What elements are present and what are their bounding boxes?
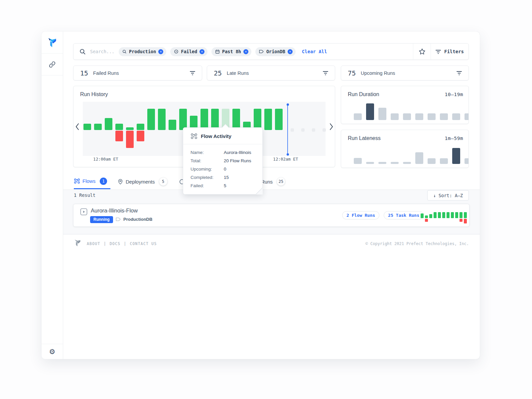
failed-runs-count: 15 (80, 69, 88, 77)
arrow-down-icon: ↓ (433, 193, 436, 198)
filters-button[interactable]: Filters (431, 44, 468, 60)
sparkline-completed-bar (451, 212, 454, 218)
run-history-bar[interactable] (83, 124, 91, 130)
failed-runs-label: Failed Runs (93, 70, 119, 76)
tooltip-row-value: 15 (224, 175, 229, 180)
chip-oriondb[interactable]: OrionDB ✕ (255, 47, 296, 56)
footer-link-docs[interactable]: DOCS (110, 241, 121, 246)
filter-icon[interactable] (190, 71, 195, 75)
filter-icon[interactable] (323, 71, 328, 75)
footer-link-contact[interactable]: CONTACT US (130, 241, 157, 246)
remove-chip-icon[interactable]: ✕ (243, 49, 248, 54)
prefect-footer-logo (74, 239, 81, 247)
task-run-sparkline (421, 209, 467, 225)
tab-label: Flows (82, 178, 95, 184)
run-history-bar[interactable] (126, 127, 134, 130)
run-history-bar[interactable] (200, 109, 208, 130)
run-history-bar[interactable] (115, 124, 123, 130)
prefect-logo-icon (47, 37, 57, 48)
flow-runs-chip[interactable]: 2 Flow Runs (342, 211, 379, 219)
chip-label: Production (129, 49, 156, 54)
tab-flows[interactable]: Flows 1 (74, 174, 110, 189)
failed-runs-card[interactable]: 15 Failed Runs (73, 66, 202, 80)
run-history-bar[interactable] (158, 109, 166, 130)
sidebar-logo[interactable] (42, 32, 63, 54)
run-history-bar[interactable] (105, 118, 112, 130)
tab-deployments[interactable]: Deployments 5 (117, 174, 167, 189)
sparkline-completed-bar (421, 213, 424, 218)
task-runs-chip[interactable]: 25 Task Runs (384, 211, 424, 219)
sparkline-completed-bar (425, 215, 428, 218)
footer-link-about[interactable]: ABOUT (87, 241, 100, 246)
flow-tag: ProductionDB (116, 217, 152, 222)
footer-links: ABOUT | DOCS | CONTACT US (87, 241, 157, 246)
tooltip-row-value: 0 (224, 167, 226, 172)
sort-button[interactable]: ↓ Sort: A–Z (427, 190, 469, 200)
run-history-bar[interactable] (275, 109, 283, 130)
run-history-bar[interactable] (169, 120, 176, 130)
flow-icon (191, 133, 198, 140)
run-history-bar[interactable] (94, 124, 102, 130)
favorite-filter-button[interactable] (413, 44, 431, 60)
search-input[interactable]: Search... (90, 49, 114, 54)
duration-bar (391, 113, 399, 120)
upcoming-runs-card[interactable]: 75 Upcoming Runs (341, 66, 469, 80)
sparkline-failed-bar (425, 219, 428, 222)
sidebar-item-settings[interactable]: ⚙ (42, 344, 63, 359)
remove-chip-icon[interactable]: ✕ (288, 49, 293, 54)
duration-bar (465, 113, 468, 120)
tooltip-row-label: Total: (191, 158, 224, 163)
sparkline-failed-bar (460, 219, 463, 222)
tooltip-row-label: Name: (191, 150, 224, 155)
chevron-right-icon[interactable] (329, 122, 333, 132)
run-lateness-title: Run Lateness (348, 135, 381, 141)
duration-bar (452, 113, 460, 120)
remove-chip-icon[interactable]: ✕ (158, 49, 163, 54)
result-count: 1 Result (74, 193, 95, 198)
lateness-bar (415, 152, 423, 164)
remove-chip-icon[interactable]: ✕ (200, 49, 204, 54)
upcoming-runs-label: Upcoming Runs (361, 70, 395, 76)
sidebar-item-links[interactable] (42, 54, 63, 75)
run-history-failed-bar[interactable] (115, 131, 123, 141)
chip-failed[interactable]: Failed ✕ (170, 47, 207, 56)
run-history-bar[interactable] (137, 124, 144, 130)
copyright-text: © Copyright 2021 Prefect Technologies, I… (365, 241, 469, 246)
footer-separator: | (104, 241, 106, 246)
run-history-bar[interactable] (211, 109, 219, 130)
sparkline-completed-bar (438, 212, 441, 218)
future-slot (301, 128, 305, 132)
flow-icon (74, 178, 80, 184)
tooltip-title: Flow Activity (201, 133, 231, 139)
run-duration-range: 10–19m (445, 92, 463, 97)
run-history-failed-bar[interactable] (126, 131, 134, 148)
run-history-bar[interactable] (264, 109, 272, 130)
clear-all-button[interactable]: Clear All (302, 49, 327, 54)
future-slot (291, 128, 294, 132)
run-history-bar[interactable] (147, 109, 155, 130)
late-runs-card[interactable]: 25 Late Runs (207, 66, 335, 80)
chip-label: Failed (181, 49, 197, 54)
tab-count-badge: 25 (277, 178, 285, 186)
lateness-bar (391, 162, 399, 164)
flow-result-row[interactable]: Aurora-Illinois-Flow Running ProductionD… (73, 204, 469, 227)
chip-past-8h[interactable]: Past 8h ✕ (211, 47, 251, 56)
play-icon (80, 208, 87, 215)
run-history-failed-bar[interactable] (137, 131, 144, 141)
map-pin-icon (117, 179, 123, 185)
chevron-left-icon[interactable] (75, 122, 79, 132)
tag-icon (116, 217, 121, 221)
search-icon (122, 50, 127, 54)
chip-production[interactable]: Production ✕ (119, 47, 166, 56)
tooltip-row-value: Aurora-Illinois (224, 150, 251, 155)
run-count-chips: 2 Flow Runs 25 Task Runs (342, 211, 424, 219)
run-history-bar[interactable] (254, 109, 261, 130)
gear-icon: ⚙ (49, 348, 56, 355)
chip-label: Past 8h (222, 49, 241, 54)
tab-label: Deployments (126, 179, 155, 185)
run-history-bar[interactable] (232, 109, 240, 130)
sparkline-completed-bar (434, 212, 437, 218)
run-lateness-range: 1m–59m (445, 136, 463, 141)
filter-icon[interactable] (457, 71, 462, 75)
run-history-bar[interactable] (179, 109, 187, 130)
